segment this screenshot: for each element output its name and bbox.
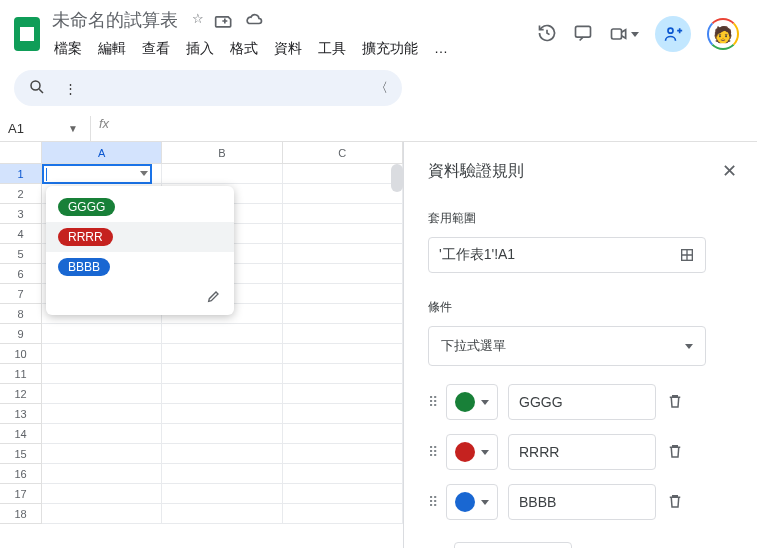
select-range-icon[interactable] xyxy=(679,247,695,263)
cell[interactable] xyxy=(42,484,162,504)
cell[interactable] xyxy=(283,324,403,344)
cell[interactable] xyxy=(162,384,282,404)
menu-view[interactable]: 查看 xyxy=(136,36,176,62)
cell-dropdown-arrow-icon[interactable] xyxy=(140,171,148,176)
row-header[interactable]: 9 xyxy=(0,324,42,344)
drag-handle-icon[interactable]: ⠿ xyxy=(428,494,436,510)
cell[interactable] xyxy=(42,424,162,444)
more-vert-icon[interactable]: ⋮ xyxy=(64,81,77,96)
cell[interactable] xyxy=(283,284,403,304)
cell[interactable] xyxy=(283,464,403,484)
row-header[interactable]: 16 xyxy=(0,464,42,484)
account-avatar[interactable]: 🧑 xyxy=(707,18,739,50)
doc-title[interactable]: 未命名的試算表 xyxy=(48,6,182,34)
cell[interactable] xyxy=(283,244,403,264)
vertical-scrollbar[interactable] xyxy=(391,164,403,192)
criteria-select[interactable]: 下拉式選單 xyxy=(428,326,706,366)
cell[interactable] xyxy=(283,304,403,324)
row-header[interactable]: 14 xyxy=(0,424,42,444)
search-icon[interactable] xyxy=(28,78,46,99)
cell[interactable] xyxy=(42,324,162,344)
delete-icon[interactable] xyxy=(666,392,684,413)
dropdown-option[interactable]: GGGG xyxy=(46,192,234,222)
row-header[interactable]: 15 xyxy=(0,444,42,464)
dropdown-option[interactable]: BBBB xyxy=(46,252,234,282)
cell[interactable] xyxy=(283,444,403,464)
cell[interactable] xyxy=(283,504,403,524)
cell[interactable] xyxy=(283,224,403,244)
name-box[interactable]: A1 xyxy=(8,121,68,136)
active-cell[interactable] xyxy=(42,164,152,184)
move-icon[interactable] xyxy=(214,11,234,34)
cell[interactable] xyxy=(42,384,162,404)
option-value-input[interactable]: BBBB xyxy=(508,484,656,520)
history-icon[interactable] xyxy=(537,23,557,46)
formula-bar[interactable]: fx xyxy=(90,116,757,141)
cell[interactable] xyxy=(42,364,162,384)
col-header-a[interactable]: A xyxy=(42,142,162,163)
row-header[interactable]: 7 xyxy=(0,284,42,304)
menu-insert[interactable]: 插入 xyxy=(180,36,220,62)
row-header[interactable]: 17 xyxy=(0,484,42,504)
menu-more[interactable]: … xyxy=(428,36,454,62)
menu-edit[interactable]: 編輯 xyxy=(92,36,132,62)
cell[interactable] xyxy=(42,404,162,424)
drag-handle-icon[interactable]: ⠿ xyxy=(428,394,436,410)
add-item-button[interactable]: 新增其他項目 xyxy=(454,542,572,548)
row-header[interactable]: 3 xyxy=(0,204,42,224)
meet-icon[interactable] xyxy=(609,24,639,44)
sheets-logo-icon[interactable] xyxy=(14,17,40,51)
cell[interactable] xyxy=(162,484,282,504)
dropdown-option[interactable]: RRRR xyxy=(46,222,234,252)
delete-icon[interactable] xyxy=(666,442,684,463)
apply-range-input[interactable]: '工作表1'!A1 xyxy=(428,237,706,273)
cell[interactable] xyxy=(283,484,403,504)
cell[interactable] xyxy=(162,164,282,184)
menu-data[interactable]: 資料 xyxy=(268,36,308,62)
edit-dropdown-button[interactable] xyxy=(46,282,234,309)
close-icon[interactable]: ✕ xyxy=(722,160,737,182)
cell[interactable] xyxy=(162,424,282,444)
row-header[interactable]: 10 xyxy=(0,344,42,364)
cell[interactable] xyxy=(42,464,162,484)
option-value-input[interactable]: GGGG xyxy=(508,384,656,420)
col-header-b[interactable]: B xyxy=(162,142,282,163)
cell[interactable] xyxy=(283,424,403,444)
col-header-c[interactable]: C xyxy=(283,142,403,163)
menu-tools[interactable]: 工具 xyxy=(312,36,352,62)
cloud-icon[interactable] xyxy=(244,11,264,34)
color-picker[interactable] xyxy=(446,384,498,420)
cell[interactable] xyxy=(162,324,282,344)
cell[interactable] xyxy=(283,384,403,404)
row-header[interactable]: 4 xyxy=(0,224,42,244)
row-header[interactable]: 8 xyxy=(0,304,42,324)
cell[interactable] xyxy=(283,164,403,184)
row-header[interactable]: 12 xyxy=(0,384,42,404)
comment-icon[interactable] xyxy=(573,23,593,46)
row-header[interactable]: 1 xyxy=(0,164,42,184)
cell[interactable] xyxy=(283,364,403,384)
cell[interactable] xyxy=(162,464,282,484)
menu-file[interactable]: 檔案 xyxy=(48,36,88,62)
cell[interactable] xyxy=(283,264,403,284)
row-header[interactable]: 13 xyxy=(0,404,42,424)
row-header[interactable]: 6 xyxy=(0,264,42,284)
row-header[interactable]: 2 xyxy=(0,184,42,204)
cell[interactable] xyxy=(283,184,403,204)
cell[interactable] xyxy=(162,364,282,384)
menu-extensions[interactable]: 擴充功能 xyxy=(356,36,424,62)
cell[interactable] xyxy=(283,404,403,424)
cell[interactable] xyxy=(162,404,282,424)
share-button[interactable] xyxy=(655,16,691,52)
row-header[interactable]: 5 xyxy=(0,244,42,264)
spreadsheet-grid[interactable]: A B C 123456789101112131415161718 GGGG R… xyxy=(0,142,404,548)
drag-handle-icon[interactable]: ⠿ xyxy=(428,444,436,460)
cell[interactable] xyxy=(283,344,403,364)
namebox-dropdown-icon[interactable]: ▼ xyxy=(68,123,78,134)
menu-format[interactable]: 格式 xyxy=(224,36,264,62)
cell[interactable] xyxy=(162,344,282,364)
option-value-input[interactable]: RRRR xyxy=(508,434,656,470)
row-header[interactable]: 18 xyxy=(0,504,42,524)
collapse-icon[interactable]: 〈 xyxy=(375,79,388,97)
cell[interactable] xyxy=(283,204,403,224)
